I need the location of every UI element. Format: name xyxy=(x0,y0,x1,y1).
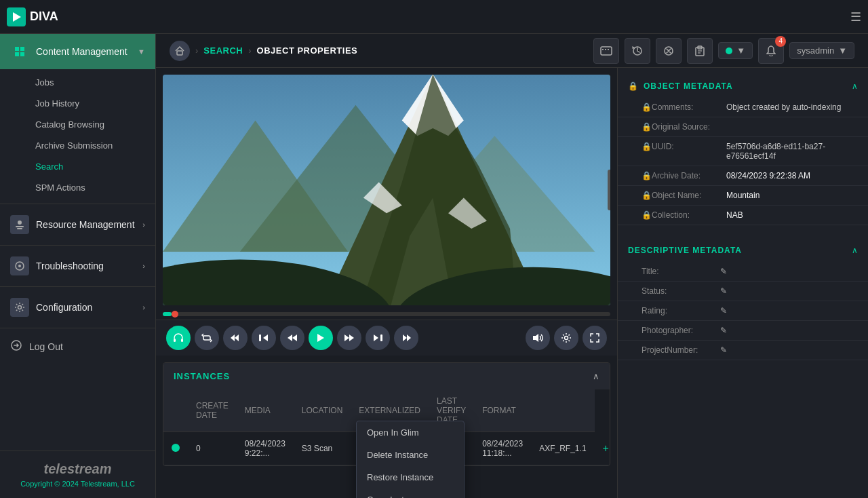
svg-point-51 xyxy=(565,337,568,340)
context-open-glim[interactable]: Open In Glim xyxy=(357,421,464,444)
sidebar-footer: telestream Copyright © 2024 Telestream, … xyxy=(0,451,155,498)
desc-title-label: Title: xyxy=(642,267,716,276)
volume-button[interactable] xyxy=(526,326,550,350)
instance-add-button[interactable]: + xyxy=(595,432,610,465)
keyboard-button[interactable] xyxy=(593,38,619,64)
descriptive-metadata-title: DESCRIPTIVE METADATA xyxy=(628,246,846,255)
breadcrumb-separator: › xyxy=(248,45,251,56)
home-button[interactable] xyxy=(170,41,190,61)
svg-point-9 xyxy=(18,265,21,267)
sidebar-item-spm-actions[interactable]: SPM Actions xyxy=(0,177,155,198)
desc-status-row: Status: ✎ xyxy=(618,282,868,301)
history-button[interactable] xyxy=(625,38,650,64)
copyright-text: Copyright © 2024 Telestream, LLC xyxy=(10,480,145,488)
topbar: DIVA ☰ xyxy=(0,0,868,34)
descriptive-metadata-collapse[interactable]: ∧ xyxy=(852,246,858,255)
desc-photographer-row: Photographer: ✎ xyxy=(618,321,868,341)
configuration-arrow: › xyxy=(142,303,145,311)
metadata-source-label: Original Source: xyxy=(652,122,726,132)
resource-management-header[interactable]: Resource Management › xyxy=(0,207,155,242)
breadcrumb-bar: › SEARCH › OBJECT PROPERTIES xyxy=(156,34,868,68)
instances-header: INSTANCES ∧ xyxy=(163,363,610,389)
progress-area xyxy=(163,312,610,316)
desc-title-edit[interactable]: ✎ xyxy=(720,267,727,276)
play-button[interactable] xyxy=(309,326,333,350)
settings-button[interactable] xyxy=(554,326,578,350)
instance-last-verify: 08/24/2023 11:18:... xyxy=(474,432,531,465)
troubleshooting-header[interactable]: Troubleshooting › xyxy=(0,248,155,284)
lock-icon-archive-date: 🔒 xyxy=(642,171,652,180)
metadata-archive-date-label: Archive Date: xyxy=(652,171,726,180)
skip-forward-button[interactable] xyxy=(394,326,418,350)
svg-marker-42 xyxy=(292,334,297,341)
svg-rect-6 xyxy=(16,226,24,227)
fullscreen-button[interactable] xyxy=(583,326,607,350)
notification-button[interactable]: 4 xyxy=(758,38,784,64)
svg-rect-13 xyxy=(601,47,612,55)
breadcrumb-search[interactable]: SEARCH xyxy=(203,45,243,56)
status-dot xyxy=(726,47,732,54)
metadata-comments-value: Object created by auto-indexing xyxy=(726,102,858,112)
object-metadata-collapse[interactable]: ∧ xyxy=(852,81,858,91)
sidebar-item-catalog-browsing[interactable]: Catalog Browsing xyxy=(0,114,155,135)
metadata-archive-date-value: 08/24/2023 9:22:38 AM xyxy=(726,171,858,180)
user-account-button[interactable]: sysadmin ▼ xyxy=(789,42,854,59)
metadata-panel: 🔒 OBJECT METADATA ∧ 🔒 Comments: Object c… xyxy=(617,68,868,498)
sidebar-item-jobs[interactable]: Jobs xyxy=(0,72,155,93)
troubleshooting-icon xyxy=(10,256,29,275)
sidebar-item-archive-submission[interactable]: Archive Submission xyxy=(0,135,155,156)
svg-marker-50 xyxy=(533,334,538,342)
instances-collapse-button[interactable]: ∧ xyxy=(593,371,599,381)
sync-button[interactable] xyxy=(656,38,682,64)
svg-marker-48 xyxy=(403,334,407,341)
next-frame-button[interactable] xyxy=(366,326,390,350)
desc-photographer-edit[interactable]: ✎ xyxy=(720,326,727,335)
instances-title: INSTANCES xyxy=(174,371,230,381)
notification-badge: 4 xyxy=(775,36,786,47)
context-restore-instance[interactable]: Restore Instance xyxy=(357,466,464,489)
object-metadata-header[interactable]: 🔒 OBJECT METADATA ∧ xyxy=(618,75,868,98)
content-management-section: Content Management ▼ Jobs Job History Ca… xyxy=(0,34,155,201)
desc-project-number-edit[interactable]: ✎ xyxy=(720,345,727,355)
sidebar-item-job-history[interactable]: Job History xyxy=(0,93,155,114)
sidebar-item-search[interactable]: Search xyxy=(0,156,155,177)
desc-status-edit[interactable]: ✎ xyxy=(720,286,727,296)
metadata-uuid-value: 5ef5706d-a6d8-ed11-ba27-e76561ecf14f xyxy=(726,142,858,161)
svg-marker-49 xyxy=(407,334,411,341)
metadata-collection-value: NAB xyxy=(726,210,858,220)
desc-rating-row: Rating: ✎ xyxy=(618,301,868,321)
telestream-logo: telestream xyxy=(10,461,145,477)
context-delete-instance[interactable]: Delete Instance xyxy=(357,444,464,466)
rewind-button[interactable] xyxy=(280,326,304,350)
headphones-button[interactable] xyxy=(166,326,191,350)
svg-rect-12 xyxy=(177,51,182,55)
svg-marker-45 xyxy=(349,334,354,341)
fast-forward-button[interactable] xyxy=(337,326,361,350)
svg-point-5 xyxy=(18,221,22,225)
resize-handle[interactable]: ⋮ xyxy=(608,170,610,210)
descriptive-metadata-section: DESCRIPTIVE METADATA ∧ Title: ✎ Status: … xyxy=(618,232,868,367)
prev-frame-button[interactable] xyxy=(252,326,276,350)
svg-point-10 xyxy=(18,306,22,309)
desc-rating-edit[interactable]: ✎ xyxy=(720,306,727,315)
video-container: ⋮ xyxy=(163,75,610,305)
skip-back-button[interactable] xyxy=(223,326,248,350)
progress-bar[interactable] xyxy=(163,312,610,316)
context-copy-instance[interactable]: Copy Instance xyxy=(357,489,464,498)
resource-management-label: Resource Management xyxy=(36,219,136,230)
logout-button[interactable]: Log Out xyxy=(0,331,155,362)
svg-marker-39 xyxy=(263,334,268,341)
metadata-collection-row: 🔒 Collection: NAB xyxy=(618,206,868,225)
menu-button[interactable]: ☰ xyxy=(850,9,861,24)
lock-icon-comments: 🔒 xyxy=(642,102,652,112)
descriptive-metadata-header[interactable]: DESCRIPTIVE METADATA ∧ xyxy=(618,239,868,262)
user-dropdown-arrow: ▼ xyxy=(838,45,847,56)
user-status-button[interactable]: ▼ xyxy=(718,42,753,59)
metadata-object-name-value: Mountain xyxy=(726,191,858,200)
content-management-header[interactable]: Content Management ▼ xyxy=(0,34,155,69)
configuration-header[interactable]: Configuration › xyxy=(0,290,155,325)
clipboard-button[interactable] xyxy=(687,38,713,64)
metadata-uuid-row: 🔒 UUID: 5ef5706d-a6d8-ed11-ba27-e76561ec… xyxy=(618,137,868,166)
loop-button[interactable] xyxy=(195,326,219,350)
context-menu: Open In Glim Delete Instance Restore Ins… xyxy=(356,421,465,498)
